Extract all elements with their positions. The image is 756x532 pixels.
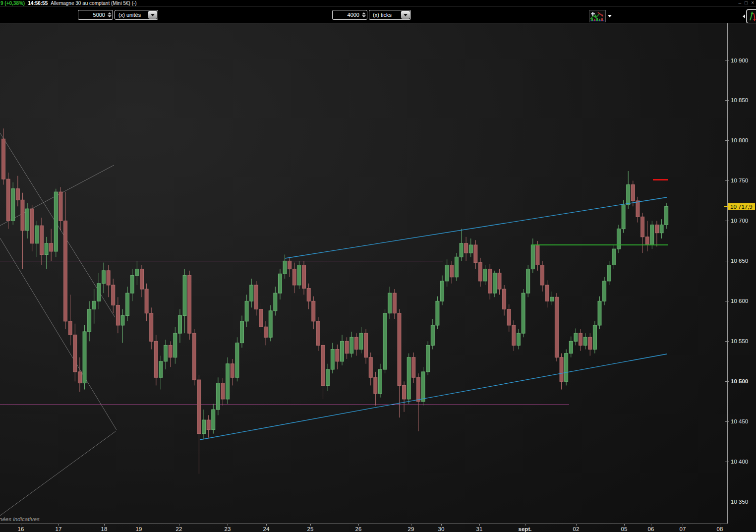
svg-text:16: 16	[18, 526, 24, 532]
svg-text:31: 31	[476, 526, 483, 532]
interval-unit-dropdown[interactable]: (x) ticks	[369, 10, 411, 20]
candlestick-chart[interactable]: 10 90010 85010 80010 75010 70010 65010 6…	[0, 23, 756, 532]
interval-unit-label: (x) ticks	[373, 12, 392, 18]
chart-style-button[interactable]	[589, 10, 614, 22]
svg-text:10 900: 10 900	[731, 58, 748, 63]
quantity-group: (x) unités	[78, 10, 158, 20]
chart-style-icon[interactable]	[589, 10, 606, 22]
svg-text:05: 05	[621, 526, 628, 532]
quantity-spin-buttons	[106, 10, 113, 19]
dropdown-arrow-icon[interactable]	[401, 11, 410, 19]
svg-text:sept.: sept.	[519, 526, 532, 532]
svg-text:24: 24	[263, 526, 270, 532]
svg-text:22: 22	[176, 526, 182, 532]
svg-text:18: 18	[101, 526, 108, 532]
svg-text:10 717,9: 10 717,9	[730, 204, 753, 210]
spinner-down-icon[interactable]	[108, 15, 112, 17]
annotation-lines-front	[200, 180, 668, 440]
quantity-unit-label: (x) unités	[118, 12, 141, 18]
candles-layer	[2, 128, 668, 473]
svg-text:17: 17	[56, 526, 62, 532]
svg-text:02: 02	[573, 526, 580, 532]
svg-text:10 450: 10 450	[731, 418, 748, 424]
axes-layer: 10 90010 85010 80010 75010 70010 65010 6…	[0, 23, 748, 532]
quantity-stepper[interactable]	[78, 10, 113, 20]
spinner-down-icon[interactable]	[362, 15, 366, 17]
interval-input[interactable]	[333, 10, 360, 19]
panel-collapse-arrow-icon[interactable]	[743, 14, 745, 18]
instrument-title: Allemagne 30 au comptant (Mini 5€) (-)	[51, 0, 136, 6]
price-change-label: 9 (+0,38%)	[0, 0, 25, 6]
spinner-up-icon[interactable]	[108, 12, 112, 14]
svg-text:10 850: 10 850	[731, 97, 748, 103]
svg-text:25: 25	[307, 526, 314, 532]
svg-text:10 500: 10 500	[731, 378, 748, 384]
title-bar: 9 (+0,38%) 14:56:55 Allemagne 30 au comp…	[0, 0, 756, 7]
annotation-lines-back	[0, 133, 569, 516]
price-chart[interactable]: 10 90010 85010 80010 75010 70010 65010 6…	[0, 23, 756, 532]
interval-spin-buttons	[360, 10, 367, 19]
quantity-unit-dropdown[interactable]: (x) unités	[115, 10, 158, 20]
svg-text:06: 06	[648, 526, 654, 532]
dropdown-arrow-icon[interactable]	[148, 11, 157, 19]
chart-style-dropdown-arrow-icon[interactable]	[606, 10, 614, 22]
svg-text:07: 07	[680, 526, 686, 532]
last-price-tag: 10 717,9	[724, 203, 755, 210]
svg-text:23: 23	[225, 526, 231, 532]
svg-text:10 750: 10 750	[731, 177, 748, 183]
buy-sell-arrows-icon[interactable]	[746, 9, 756, 24]
quantity-input[interactable]	[78, 10, 106, 19]
footer-note: nées indicatives	[0, 516, 40, 522]
svg-text:10 600: 10 600	[731, 298, 748, 304]
close-button[interactable]: ×	[751, 0, 754, 6]
svg-text:10 800: 10 800	[731, 137, 748, 143]
svg-text:10 700: 10 700	[731, 218, 748, 224]
interval-group: (x) ticks	[332, 10, 411, 20]
window-controls: – □ ×	[739, 0, 754, 6]
title-bar-text: 9 (+0,38%) 14:56:55 Allemagne 30 au comp…	[0, 0, 137, 6]
chart-toolbar: (x) unités (x) ticks	[0, 7, 756, 23]
spinner-up-icon[interactable]	[362, 12, 366, 14]
minimize-button[interactable]: –	[739, 0, 742, 6]
svg-text:26: 26	[355, 526, 362, 532]
quote-time-label: 14:56:55	[28, 0, 48, 6]
svg-text:30: 30	[438, 526, 445, 532]
svg-text:08: 08	[717, 526, 723, 532]
trading-app-window: { "title_bar": { "price_change": "9 (+0,…	[0, 0, 756, 532]
svg-text:nées indicatives: nées indicatives	[0, 516, 40, 522]
svg-text:10 650: 10 650	[731, 258, 748, 264]
svg-text:19: 19	[136, 526, 142, 532]
svg-text:10 400: 10 400	[731, 459, 748, 465]
maximize-button[interactable]: □	[745, 0, 748, 6]
svg-text:10 550: 10 550	[731, 338, 748, 344]
interval-stepper[interactable]	[332, 10, 367, 20]
svg-text:10 350: 10 350	[731, 499, 748, 505]
svg-text:29: 29	[408, 526, 414, 532]
order-panel-button[interactable]	[743, 9, 756, 24]
